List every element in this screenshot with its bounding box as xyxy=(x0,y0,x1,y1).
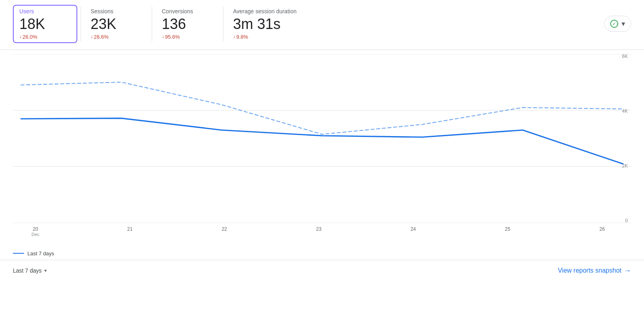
footer-row: Last 7 days ▾ View reports snapshot → xyxy=(0,260,644,281)
x-axis-label: 20Dec xyxy=(27,226,43,237)
metric-label-users: Users xyxy=(19,8,64,14)
metric-change-avg-session: ↓ 9.8% xyxy=(233,34,326,40)
legend-label: Last 7 days xyxy=(27,250,54,257)
down-arrow-icon-conversions: ↓ xyxy=(162,34,164,39)
checkmark-icon: ✓ xyxy=(610,20,618,28)
metric-change-conversions: ↓ 95.6% xyxy=(162,34,207,40)
chevron-down-icon: ▾ xyxy=(621,19,625,28)
x-axis-label: 24 xyxy=(405,226,421,237)
dropdown-arrow-icon: ▾ xyxy=(44,268,47,273)
down-arrow-icon-sessions: ↓ xyxy=(91,34,93,39)
metric-value-conversions: 136 xyxy=(162,16,207,32)
chart-container: 6K4K2K0 20Dec212223242526 xyxy=(0,54,644,247)
metric-label-sessions: Sessions xyxy=(91,8,136,14)
metric-card-sessions[interactable]: Sessions 23K ↓ 28.6% xyxy=(84,5,149,43)
chart-svg xyxy=(13,54,631,223)
metric-value-users: 18K xyxy=(19,16,64,32)
date-range-button[interactable]: Last 7 days ▾ xyxy=(13,267,47,274)
down-arrow-icon-users: ↓ xyxy=(19,34,22,39)
x-axis-label: 26 xyxy=(594,226,610,237)
chart-area: 6K4K2K0 xyxy=(13,54,631,223)
metric-card-conversions[interactable]: Conversions 136 ↓ 95.6% xyxy=(155,5,220,43)
arrow-right-icon: → xyxy=(624,267,631,275)
metric-value-sessions: 23K xyxy=(91,16,136,32)
legend-row: Last 7 days xyxy=(0,247,644,257)
x-axis-label: 25 xyxy=(500,226,516,237)
metric-divider-3 xyxy=(223,6,223,41)
compare-button[interactable]: ✓ ▾ xyxy=(604,16,631,32)
x-axis-label: 21 xyxy=(122,226,138,237)
metric-divider-1 xyxy=(80,6,81,41)
metric-card-users[interactable]: Users 18K ↓ 26.0% xyxy=(13,5,77,43)
metric-value-avg-session: 3m 31s xyxy=(233,16,326,32)
metric-label-conversions: Conversions xyxy=(162,8,207,14)
metric-change-users: ↓ 26.0% xyxy=(19,34,64,40)
x-axis-label: 23 xyxy=(311,226,327,237)
metric-label-avg-session: Average session duration xyxy=(233,8,326,14)
legend-solid-line xyxy=(13,253,24,254)
metric-divider-2 xyxy=(152,6,152,41)
metric-change-sessions: ↓ 28.6% xyxy=(91,34,136,40)
metrics-row: Users 18K ↓ 26.0% Sessions 23K ↓ 28.6% C… xyxy=(0,0,644,50)
x-axis-label: 22 xyxy=(216,226,232,237)
view-reports-label: View reports snapshot xyxy=(558,267,621,274)
view-reports-link[interactable]: View reports snapshot → xyxy=(558,267,631,275)
down-arrow-icon-avg-session: ↓ xyxy=(233,34,235,39)
date-range-label: Last 7 days xyxy=(13,267,42,274)
x-axis-labels: 20Dec212223242526 xyxy=(13,225,631,237)
metric-card-avg-session[interactable]: Average session duration 3m 31s ↓ 9.8% xyxy=(227,5,339,43)
